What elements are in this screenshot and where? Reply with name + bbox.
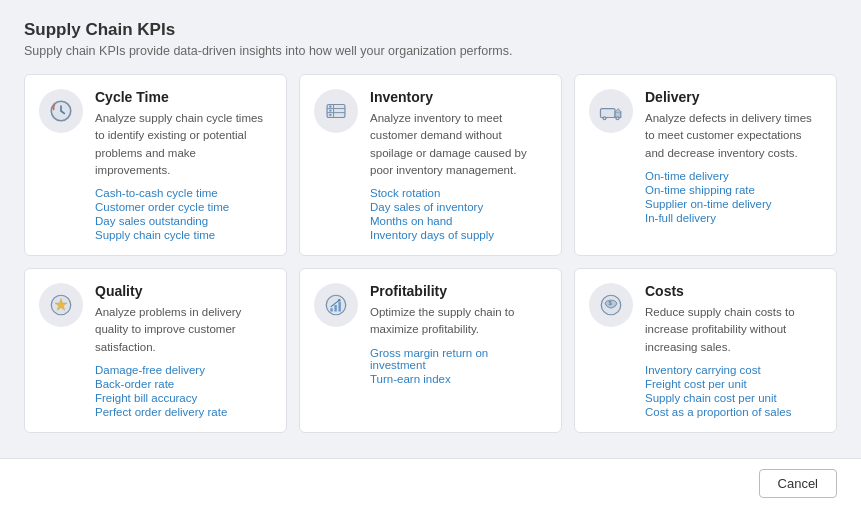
delivery-icon [589,89,633,133]
svg-rect-16 [334,305,336,312]
costs-icon: $ [589,283,633,327]
link-gross-margin[interactable]: Gross margin return on investment [370,347,547,371]
link-back-order-rate[interactable]: Back-order rate [95,378,272,390]
svg-point-11 [604,118,606,120]
link-stock-rotation[interactable]: Stock rotation [370,187,547,199]
card-delivery-body: Delivery Analyze defects in delivery tim… [645,89,822,224]
card-costs: $ Costs Reduce supply chain costs to inc… [574,268,837,433]
inventory-desc: Analyze inventory to meet customer deman… [370,110,547,179]
link-inventory-days-supply[interactable]: Inventory days of supply [370,229,547,241]
card-delivery: Delivery Analyze defects in delivery tim… [574,74,837,256]
cycle-time-links: Cash-to-cash cycle time Customer order c… [95,187,272,241]
svg-point-12 [617,118,619,120]
card-quality-body: Quality Analyze problems in delivery qua… [95,283,272,418]
link-day-sales-outstanding[interactable]: Day sales outstanding [95,215,272,227]
link-turn-earn[interactable]: Turn-earn index [370,373,547,385]
link-on-time-shipping[interactable]: On-time shipping rate [645,184,822,196]
svg-rect-17 [338,302,340,312]
card-inventory: Inventory Analyze inventory to meet cust… [299,74,562,256]
main-content: Supply Chain KPIs Supply chain KPIs prov… [0,0,861,458]
link-freight-bill-accuracy[interactable]: Freight bill accuracy [95,392,272,404]
costs-title: Costs [645,283,822,299]
svg-point-5 [329,105,331,107]
link-cash-to-cash[interactable]: Cash-to-cash cycle time [95,187,272,199]
link-cost-proportion[interactable]: Cost as a proportion of sales [645,406,822,418]
link-freight-cost-unit[interactable]: Freight cost per unit [645,378,822,390]
card-cycle-time-body: Cycle Time Analyze supply chain cycle ti… [95,89,272,241]
link-in-full-delivery[interactable]: In-full delivery [645,212,822,224]
page-title: Supply Chain KPIs [24,20,837,40]
link-supplier-on-time[interactable]: Supplier on-time delivery [645,198,822,210]
link-inventory-carrying[interactable]: Inventory carrying cost [645,364,822,376]
cards-grid: Cycle Time Analyze supply chain cycle ti… [24,74,837,433]
link-damage-free[interactable]: Damage-free delivery [95,364,272,376]
card-profitability-body: Profitability Optimize the supply chain … [370,283,547,385]
quality-links: Damage-free delivery Back-order rate Fre… [95,364,272,418]
inventory-title: Inventory [370,89,547,105]
profitability-icon [314,283,358,327]
svg-point-7 [329,114,331,116]
profitability-title: Profitability [370,283,547,299]
profitability-desc: Optimize the supply chain to maximize pr… [370,304,547,339]
link-day-sales-inventory[interactable]: Day sales of inventory [370,201,547,213]
svg-rect-15 [330,308,332,311]
cycle-time-icon [39,89,83,133]
costs-desc: Reduce supply chain costs to increase pr… [645,304,822,356]
link-perfect-order[interactable]: Perfect order delivery rate [95,406,272,418]
card-quality: Quality Analyze problems in delivery qua… [24,268,287,433]
link-supply-chain-cost-unit[interactable]: Supply chain cost per unit [645,392,822,404]
cycle-time-desc: Analyze supply chain cycle times to iden… [95,110,272,179]
costs-links: Inventory carrying cost Freight cost per… [645,364,822,418]
delivery-desc: Analyze defects in delivery times to mee… [645,110,822,162]
link-supply-chain-cycle[interactable]: Supply chain cycle time [95,229,272,241]
inventory-links: Stock rotation Day sales of inventory Mo… [370,187,547,241]
quality-desc: Analyze problems in delivery quality to … [95,304,272,356]
link-months-on-hand[interactable]: Months on hand [370,215,547,227]
link-customer-order[interactable]: Customer order cycle time [95,201,272,213]
svg-point-18 [338,299,340,301]
cycle-time-title: Cycle Time [95,89,272,105]
card-cycle-time: Cycle Time Analyze supply chain cycle ti… [24,74,287,256]
card-profitability: Profitability Optimize the supply chain … [299,268,562,433]
footer: Cancel [0,458,861,508]
cancel-button[interactable]: Cancel [759,469,837,498]
inventory-icon [314,89,358,133]
delivery-links: On-time delivery On-time shipping rate S… [645,170,822,224]
page-subtitle: Supply chain KPIs provide data-driven in… [24,44,837,58]
quality-icon [39,283,83,327]
link-on-time-delivery[interactable]: On-time delivery [645,170,822,182]
card-inventory-body: Inventory Analyze inventory to meet cust… [370,89,547,241]
delivery-title: Delivery [645,89,822,105]
svg-rect-8 [600,109,615,118]
quality-title: Quality [95,283,272,299]
card-costs-body: Costs Reduce supply chain costs to incre… [645,283,822,418]
svg-point-6 [329,109,331,111]
profitability-links: Gross margin return on investment Turn-e… [370,347,547,385]
